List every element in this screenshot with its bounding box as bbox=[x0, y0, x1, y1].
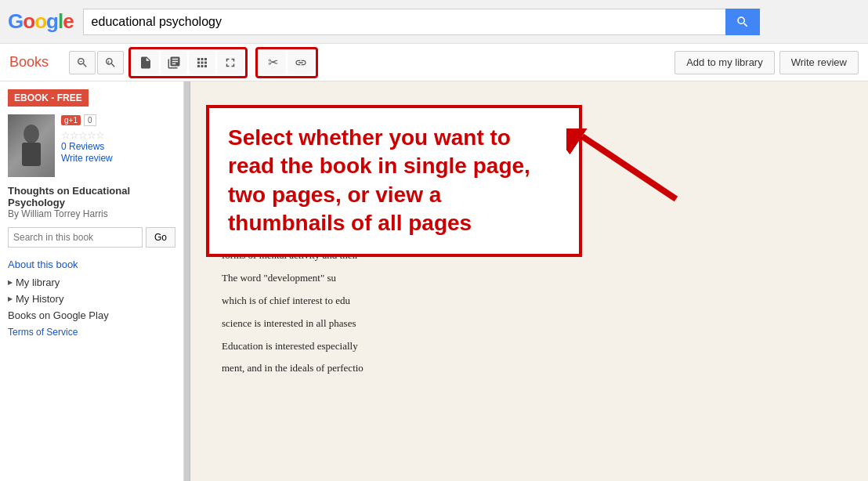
search-bar: educational psychology bbox=[83, 9, 860, 35]
book-author: By William Torrey Harris bbox=[8, 208, 175, 219]
page-line11: ment, and in the ideals of perfectio bbox=[222, 360, 372, 377]
go-button[interactable]: Go bbox=[146, 227, 175, 248]
logo-o1: o bbox=[23, 9, 34, 33]
scissors-group: ✂ bbox=[255, 47, 318, 78]
my-history-triangle: ▶ bbox=[8, 295, 13, 302]
logo-g: G bbox=[8, 9, 23, 33]
main: EBOOK - FREE g+1 0 ☆☆☆☆☆ 0 Reviews bbox=[0, 81, 868, 481]
reviews-link[interactable]: 0 Reviews bbox=[61, 141, 175, 152]
book-cover-image bbox=[8, 114, 55, 177]
logo-g2: g bbox=[46, 9, 58, 33]
zoom-in-button[interactable] bbox=[97, 51, 124, 74]
scissors-icon: ✂ bbox=[268, 55, 278, 70]
logo-o2: o bbox=[34, 9, 46, 33]
fullscreen-icon bbox=[223, 56, 237, 70]
page-line10: Education is interested especially bbox=[222, 338, 372, 355]
search-icon bbox=[736, 15, 750, 29]
gplus-count: 0 bbox=[84, 114, 96, 126]
page-view-group bbox=[128, 47, 248, 78]
page-line7: The word "development" su bbox=[222, 270, 372, 287]
book-info: g+1 0 ☆☆☆☆☆ 0 Reviews Write review bbox=[8, 114, 175, 177]
books-label: Books bbox=[9, 54, 49, 71]
thumbnail-button[interactable] bbox=[189, 51, 215, 74]
search-book-input[interactable] bbox=[8, 227, 143, 248]
search-input[interactable]: educational psychology bbox=[83, 9, 725, 35]
ebook-badge: EBOOK - FREE bbox=[8, 89, 89, 107]
add-to-library-button[interactable]: Add to my library bbox=[675, 51, 775, 74]
google-play-label: Books on Google Play bbox=[8, 309, 175, 321]
sidebar-divider bbox=[184, 81, 190, 481]
two-page-button[interactable] bbox=[161, 51, 187, 74]
page-line8: which is of chief interest to edu bbox=[222, 293, 372, 309]
star-rating: ☆☆☆☆☆ bbox=[61, 129, 175, 141]
my-library-item[interactable]: ▶ My library bbox=[8, 277, 175, 288]
overlay-text: Select whether you want to read the book… bbox=[228, 124, 560, 238]
terms-of-service-link[interactable]: Terms of Service bbox=[8, 327, 78, 338]
my-library-triangle: ▶ bbox=[8, 279, 13, 286]
write-review-link[interactable]: Write review bbox=[61, 153, 113, 164]
zoom-in-icon bbox=[104, 56, 117, 69]
page-line9: science is interested in all phases bbox=[222, 316, 372, 332]
svg-rect-1 bbox=[22, 143, 41, 166]
book-cover bbox=[8, 114, 55, 177]
single-page-icon bbox=[139, 56, 153, 70]
sidebar: EBOOK - FREE g+1 0 ☆☆☆☆☆ 0 Reviews bbox=[0, 81, 184, 481]
search-button[interactable] bbox=[725, 9, 760, 35]
link-button[interactable] bbox=[288, 51, 314, 74]
book-title-section: Thoughts on Educational Psychology By Wi… bbox=[8, 185, 175, 219]
book-meta: g+1 0 ☆☆☆☆☆ 0 Reviews Write review bbox=[61, 114, 175, 177]
gplus-badge: g+1 bbox=[61, 115, 81, 125]
thumbnail-icon bbox=[195, 56, 209, 70]
gplus-row: g+1 0 bbox=[61, 114, 175, 126]
search-book-row: Go bbox=[8, 227, 175, 248]
single-page-button[interactable] bbox=[132, 51, 159, 74]
zoom-out-button[interactable] bbox=[69, 51, 96, 74]
logo-e: e bbox=[63, 9, 73, 33]
write-review-button[interactable]: Write review bbox=[779, 51, 859, 74]
zoom-out-icon bbox=[76, 56, 89, 69]
my-library-label: My library bbox=[16, 277, 60, 288]
my-history-label: My History bbox=[16, 293, 63, 305]
content-area: THOUGHTS ON EDUCA 1. What is meant by ed… bbox=[190, 81, 868, 481]
toolbar: Books bbox=[0, 44, 868, 81]
book-title: Thoughts on Educational Psychology bbox=[8, 185, 175, 208]
scissors-button[interactable]: ✂ bbox=[259, 51, 286, 74]
about-book-link[interactable]: About this book bbox=[8, 259, 175, 270]
overlay-box: Select whether you want to read the book… bbox=[206, 105, 582, 257]
link-icon bbox=[295, 56, 307, 69]
zoom-group bbox=[69, 51, 124, 74]
my-history-item[interactable]: ▶ My History bbox=[8, 293, 175, 305]
google-logo: Google bbox=[8, 9, 74, 34]
header: Google educational psychology bbox=[0, 0, 868, 44]
two-page-icon bbox=[167, 56, 181, 70]
svg-point-0 bbox=[24, 125, 39, 143]
fullscreen-button[interactable] bbox=[217, 51, 244, 74]
